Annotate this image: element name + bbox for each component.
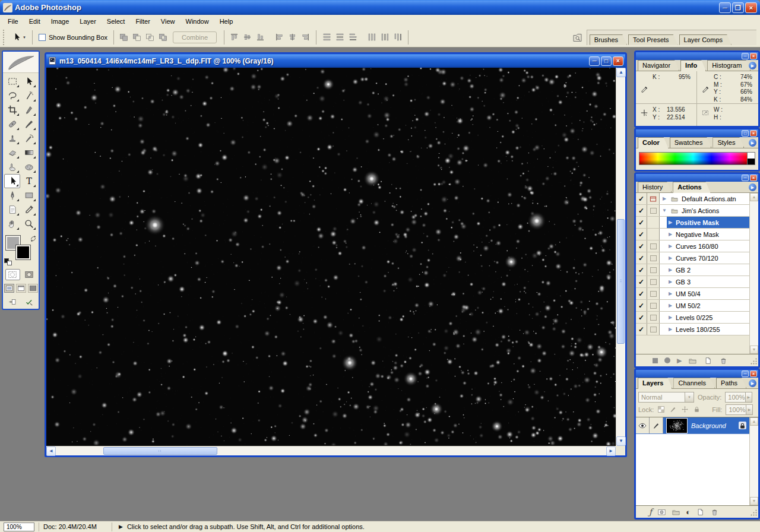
action-toggle-checkbox[interactable]: ✓ (636, 205, 647, 216)
action-dialog-toggle[interactable] (647, 276, 660, 287)
palette-well-tab-layer-comps[interactable]: Layer Comps (679, 34, 732, 45)
adobe-online-button[interactable] (3, 52, 39, 73)
vertical-scrollbar[interactable]: ▲ ▼ (616, 68, 625, 446)
eraser-tool[interactable] (4, 145, 20, 160)
tab-info[interactable]: Info (680, 60, 706, 71)
standard-screen-mode-button[interactable] (4, 284, 14, 293)
standard-mode-button[interactable] (5, 269, 20, 280)
expand-arrow-icon[interactable]: ▶ (667, 279, 673, 284)
window-close-button[interactable]: × (745, 2, 757, 13)
horizontal-scrollbar[interactable]: ◄ ► (46, 446, 616, 455)
crop-tool[interactable] (4, 103, 20, 117)
smudge-tool[interactable] (4, 160, 20, 174)
edit-in-imageready-button[interactable] (5, 296, 20, 308)
palette-resize-grip[interactable] (750, 509, 758, 517)
expand-arrow-icon[interactable]: ▶ (667, 220, 673, 225)
expand-arrow-icon[interactable]: ▶ (667, 243, 673, 249)
palette-drag-strip[interactable]: ─ × (636, 52, 758, 60)
palette-restore-button[interactable]: □ (742, 130, 749, 137)
action-toggle-checkbox[interactable]: ✓ (636, 324, 647, 335)
lock-position-button[interactable] (680, 405, 689, 414)
fill-field[interactable]: 100% ▶ (726, 404, 753, 415)
expand-arrow-icon[interactable]: ▶ (661, 196, 667, 201)
action-toggle-checkbox[interactable]: ✓ (636, 240, 647, 252)
path-selection-tool[interactable] (4, 174, 20, 188)
menu-filter[interactable]: Filter (130, 16, 155, 27)
spectrum-gradient[interactable] (639, 153, 747, 164)
document-close-button[interactable]: × (613, 56, 623, 66)
distribute-top-edges-button[interactable] (321, 31, 333, 43)
title-bar[interactable]: Adobe Photoshop ─ ❐ × (0, 0, 760, 15)
menu-select[interactable]: Select (102, 16, 131, 27)
layers-scrollbar[interactable]: ▲ ▼ (749, 417, 758, 505)
action-toggle-checkbox[interactable]: ✓ (636, 217, 647, 228)
action-levels-180-255[interactable]: ▶Levels 180/255 (667, 324, 749, 335)
palette-drag-strip[interactable]: □ × (636, 129, 758, 137)
action-dialog-toggle[interactable] (647, 312, 660, 323)
eyedropper-tool[interactable] (21, 202, 37, 217)
menu-view[interactable]: View (156, 16, 180, 27)
menu-layer[interactable]: Layer (74, 16, 102, 27)
align-top-edges-button[interactable] (228, 31, 240, 43)
gradient-tool[interactable] (21, 145, 37, 160)
expand-arrow-icon[interactable]: ▶ (667, 303, 673, 308)
intersect-shape-areas-button[interactable] (144, 31, 156, 43)
action-um-50-2[interactable]: ▶UM 50/2 (667, 300, 749, 311)
black-swatch[interactable] (748, 159, 755, 164)
action-dialog-toggle[interactable] (647, 240, 660, 252)
action-positive-mask[interactable]: ▶Positive Mask (667, 217, 749, 228)
layer-name[interactable]: Background (691, 422, 726, 429)
history-brush-tool[interactable] (21, 131, 37, 145)
action-gb-2[interactable]: ▶GB 2 (667, 264, 749, 276)
add-layer-mask-button[interactable] (657, 508, 666, 517)
action-set-default-actions-atn[interactable]: ▶Default Actions.atn (661, 193, 749, 204)
action-dialog-toggle[interactable] (647, 300, 660, 311)
action-levels-0-225[interactable]: ▶Levels 0/225 (667, 312, 749, 323)
actions-scrollbar[interactable]: ▲ ▼ (749, 193, 758, 354)
preset-check-button[interactable] (22, 296, 37, 308)
scroll-down-button[interactable]: ▼ (750, 346, 758, 354)
layer-visibility-toggle[interactable] (636, 417, 650, 433)
action-toggle-checkbox[interactable]: ✓ (636, 193, 647, 204)
file-browser-icon[interactable] (571, 31, 583, 43)
action-dialog-toggle[interactable] (647, 252, 660, 264)
lock-pixels-button[interactable] (668, 405, 677, 414)
notes-tool[interactable] (4, 202, 20, 217)
window-minimize-button[interactable]: ─ (719, 2, 731, 13)
distribute-left-edges-button[interactable] (366, 31, 378, 43)
white-swatch[interactable] (748, 153, 755, 159)
palette-menu-button[interactable]: ▶ (749, 379, 756, 387)
palette-menu-button[interactable]: ▶ (749, 62, 756, 69)
scroll-up-button[interactable]: ▲ (750, 417, 758, 426)
chevron-down-icon[interactable]: ▼ (685, 392, 694, 402)
scroll-right-button[interactable]: ► (606, 446, 616, 456)
scroll-up-button[interactable]: ▲ (750, 193, 758, 201)
tab-navigator[interactable]: Navigator (638, 60, 679, 71)
new-action-button[interactable] (704, 356, 712, 365)
blend-mode-select[interactable]: Normal ▼ (638, 392, 694, 403)
tab-histogram[interactable]: Histogram (707, 60, 750, 71)
doc-size-info[interactable]: Doc: 20.4M/20.4M (43, 523, 107, 530)
scroll-left-button[interactable]: ◄ (46, 446, 56, 456)
move-tool[interactable] (21, 74, 37, 88)
background-color-swatch[interactable] (16, 245, 30, 259)
action-gb-3[interactable]: ▶GB 3 (667, 276, 749, 287)
tab-layers[interactable]: Layers (638, 378, 672, 389)
action-toggle-checkbox[interactable]: ✓ (636, 229, 647, 240)
exclude-overlapping-shape-areas-button[interactable] (157, 31, 169, 43)
scroll-down-button[interactable]: ▼ (750, 497, 758, 505)
type-tool[interactable]: T (21, 174, 37, 188)
crosshair-icon[interactable] (640, 109, 648, 117)
distribute-bottom-edges-button[interactable] (347, 31, 359, 43)
expand-arrow-icon[interactable]: ▶ (667, 327, 673, 332)
fullscreen-mode-button[interactable] (28, 284, 38, 293)
tab-actions[interactable]: Actions (673, 182, 710, 193)
clone-stamp-tool[interactable] (4, 131, 20, 145)
chevron-icon[interactable]: ▶ (746, 405, 753, 414)
color-spectrum-ramp[interactable] (639, 152, 755, 165)
options-bar-grip[interactable] (3, 30, 6, 45)
status-arrow-icon[interactable]: ▶ (119, 524, 123, 530)
tab-channels[interactable]: Channels (673, 378, 714, 388)
zoom-level-field[interactable]: 100% (4, 522, 34, 531)
rectangular-marquee-tool[interactable] (4, 74, 20, 88)
